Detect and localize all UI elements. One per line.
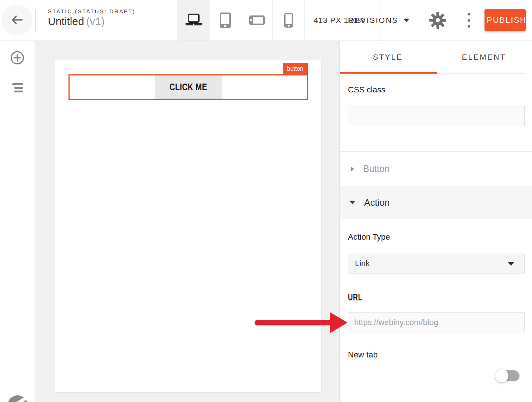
device-desktop-button[interactable] (177, 0, 209, 40)
divider (35, 10, 36, 32)
right-panel: STYLE ELEMENT CSS class Button Action Ac… (339, 40, 532, 402)
device-mobile-portrait-button[interactable] (272, 0, 304, 40)
revisions-label: REVISIONS (348, 16, 398, 25)
topbar: STATIC (STATUS: DRAFT) Untitled(v1) (0, 0, 532, 41)
chevron-down-icon (507, 262, 515, 266)
phone-landscape-icon (249, 15, 265, 25)
url-input[interactable] (348, 312, 525, 332)
new-tab-label: New tab (348, 350, 378, 360)
tab-style[interactable]: STYLE (340, 40, 436, 74)
page-preview[interactable]: button CLICK ME (54, 60, 321, 392)
add-element-button[interactable] (10, 51, 24, 65)
tablet-icon (219, 12, 231, 28)
publish-button[interactable]: PUBLISH (485, 9, 526, 31)
device-mobile-landscape-button[interactable] (241, 0, 272, 40)
page-title: Untitled (48, 15, 84, 27)
kebab-dot (468, 25, 470, 28)
settings-button[interactable] (429, 11, 447, 29)
element-type-badge: button (283, 63, 308, 74)
arrow-left-icon (11, 15, 23, 25)
section-action[interactable]: Action (340, 186, 532, 219)
action-type-value: Link (355, 259, 370, 268)
button-element-label: CLICK ME (169, 82, 207, 92)
active-tab-indicator (340, 72, 437, 74)
page-status-label: STATIC (STATUS: DRAFT) (48, 8, 135, 14)
device-switcher (177, 0, 304, 40)
panel-tabs: STYLE ELEMENT (340, 40, 532, 74)
kebab-dot (468, 13, 470, 15)
toggle-thumb (495, 369, 508, 382)
page-title-block: STATIC (STATUS: DRAFT) Untitled(v1) (48, 8, 135, 28)
action-type-select[interactable]: Link (348, 254, 525, 274)
chevron-right-icon (351, 166, 354, 172)
kebab-dot (468, 19, 470, 22)
section-button-label: Button (363, 163, 390, 174)
plus-circle-icon (10, 51, 24, 65)
help-icon[interactable] (7, 395, 28, 402)
editor-canvas: button CLICK ME (35, 40, 339, 402)
more-options-button[interactable] (466, 13, 471, 28)
device-tablet-button[interactable] (209, 0, 241, 40)
phone-portrait-icon (284, 13, 293, 28)
tab-element[interactable]: ELEMENT (436, 40, 532, 74)
action-type-label: Action Type (348, 232, 390, 242)
tree-icon (12, 83, 23, 85)
chevron-down-icon (404, 19, 409, 22)
back-button[interactable] (1, 4, 32, 35)
section-action-label: Action (364, 197, 390, 208)
gear-icon (429, 11, 447, 29)
chevron-down-icon (349, 201, 355, 204)
url-label: URL (348, 293, 366, 303)
selected-element-outline[interactable]: button CLICK ME (68, 74, 308, 100)
revisions-dropdown[interactable]: REVISIONS (348, 0, 409, 40)
laptop-icon (184, 13, 203, 27)
left-toolbar (0, 40, 35, 402)
webiny-page-builder: STATIC (STATUS: DRAFT) Untitled(v1) (0, 0, 532, 402)
css-class-input[interactable] (348, 106, 525, 126)
new-tab-toggle[interactable] (496, 370, 519, 381)
page-version: (v1) (86, 15, 105, 27)
button-element[interactable]: CLICK ME (155, 75, 222, 99)
element-tree-button[interactable] (12, 83, 23, 93)
section-button[interactable]: Button (340, 152, 532, 186)
css-class-label: CSS class (348, 85, 385, 95)
